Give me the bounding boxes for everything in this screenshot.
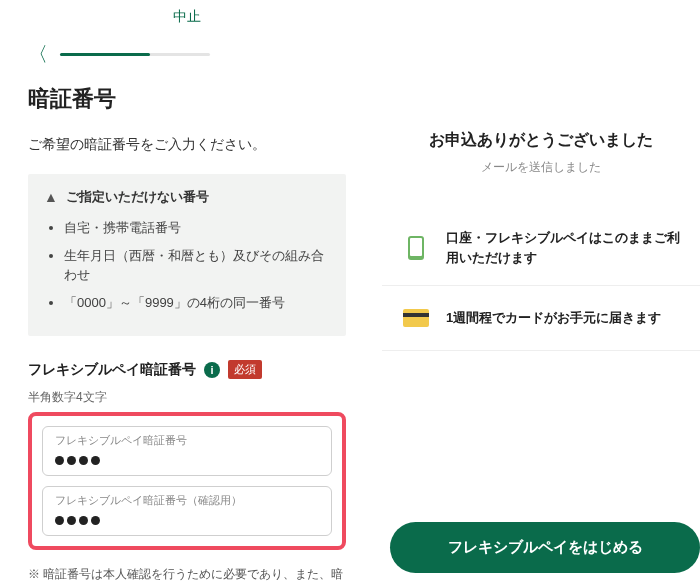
- back-chevron-icon[interactable]: 〈: [28, 44, 48, 64]
- start-button[interactable]: フレキシブルペイをはじめる: [390, 522, 700, 573]
- info-icon[interactable]: i: [204, 362, 220, 378]
- pin-hint: 半角数字4文字: [28, 389, 346, 406]
- warning-header-text: ご指定いただけない番号: [66, 188, 209, 206]
- cancel-link[interactable]: 中止: [173, 8, 201, 24]
- pin-confirm-label: フレキシブルペイ暗証番号（確認用）: [55, 493, 319, 508]
- progress-fill: [60, 53, 150, 56]
- pin-input-highlight: フレキシブルペイ暗証番号 フレキシブルペイ暗証番号（確認用）: [28, 412, 346, 550]
- warning-item: 「0000」～「9999」の4桁の同一番号: [64, 293, 330, 313]
- progress-bar: [60, 53, 210, 56]
- warning-item: 生年月日（西暦・和暦とも）及びその組み合わせ: [64, 246, 330, 285]
- page-title: 暗証番号: [28, 84, 346, 114]
- status-row-card: 1週間程でカードがお手元に届きます: [382, 286, 700, 351]
- pin-input-value: [55, 450, 319, 467]
- status-card-text: 1週間程でカードがお手元に届きます: [446, 308, 661, 328]
- pin-confirm-value: [55, 510, 319, 527]
- card-icon: [402, 304, 430, 332]
- thanks-subtitle: メールを送信しました: [402, 159, 680, 176]
- warning-icon: ▲: [44, 189, 58, 205]
- footnote: ※ 暗証番号は本人確認を行うために必要であり、また、暗証番号の入力を伴うお取引は…: [28, 564, 346, 585]
- pin-input[interactable]: フレキシブルペイ暗証番号: [42, 426, 332, 476]
- status-row-account: 口座・フレキシブルペイはこのままご利用いただけます: [382, 210, 700, 286]
- status-account-text: 口座・フレキシブルペイはこのままご利用いただけます: [446, 228, 680, 267]
- phone-icon: [402, 234, 430, 262]
- warning-item: 自宅・携帯電話番号: [64, 218, 330, 238]
- pin-confirm-input[interactable]: フレキシブルペイ暗証番号（確認用）: [42, 486, 332, 536]
- thanks-title: お申込ありがとうございました: [402, 130, 680, 151]
- pin-input-label: フレキシブルペイ暗証番号: [55, 433, 319, 448]
- warning-box: ▲ ご指定いただけない番号 自宅・携帯電話番号 生年月日（西暦・和暦とも）及びそ…: [28, 174, 346, 336]
- instruction-text: ご希望の暗証番号をご入力ください。: [28, 136, 346, 154]
- pin-section-label-row: フレキシブルペイ暗証番号 i 必須: [28, 360, 346, 379]
- required-badge: 必須: [228, 360, 262, 379]
- pin-section-label: フレキシブルペイ暗証番号: [28, 361, 196, 379]
